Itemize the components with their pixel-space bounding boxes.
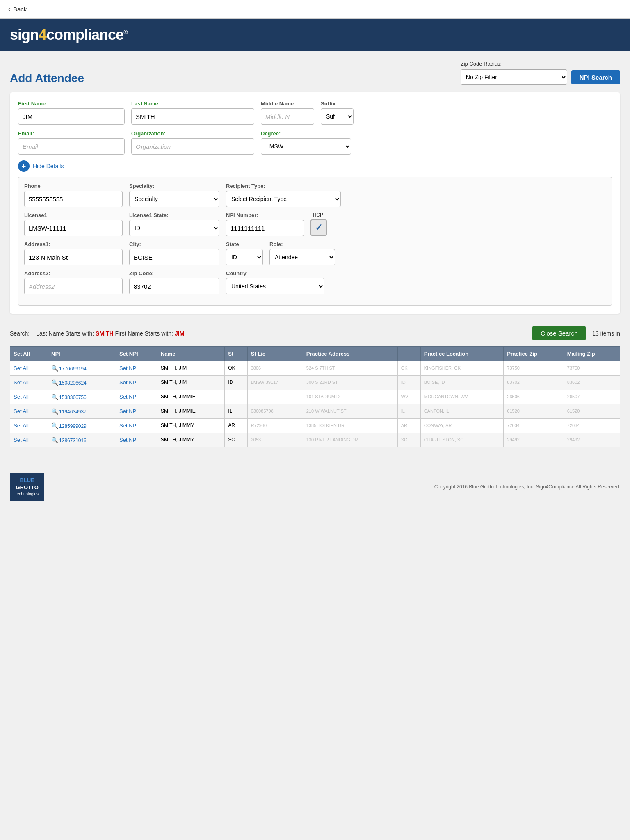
cell-practice-location: CONWAY, AR bbox=[420, 419, 504, 433]
license1-state-label: License1 State: bbox=[129, 212, 219, 218]
address1-group: Address1: bbox=[24, 241, 123, 265]
last-name-input[interactable] bbox=[131, 108, 254, 125]
set-npi-link[interactable]: Set NPI bbox=[119, 437, 138, 443]
col-practice-location: Practice Location bbox=[420, 347, 504, 361]
country-select[interactable]: United States bbox=[226, 278, 324, 294]
cell-practice-location: CANTON, IL bbox=[420, 404, 504, 419]
cell-practice-zip: 26506 bbox=[504, 390, 564, 404]
cell-practice-address: 524 S 7TH ST bbox=[303, 361, 397, 376]
set-all-link[interactable]: Set All bbox=[14, 422, 29, 429]
first-name-input[interactable] bbox=[18, 108, 125, 125]
top-bar: ‹ Back bbox=[0, 0, 630, 19]
npi-link[interactable]: 1386731016 bbox=[59, 438, 87, 443]
specialty-select[interactable]: Specialty bbox=[129, 191, 219, 207]
role-select[interactable]: Attendee bbox=[269, 249, 335, 265]
set-all-link[interactable]: Set All bbox=[14, 408, 29, 414]
city-input[interactable] bbox=[129, 249, 219, 265]
logo-compliance: compliance bbox=[46, 26, 123, 43]
npi-link[interactable]: 1285999029 bbox=[59, 423, 87, 429]
phone-specialty-row: Phone Specialty: Specialty Recipient Typ… bbox=[24, 183, 606, 207]
cell-mailing-zip: 29492 bbox=[564, 433, 620, 447]
col-name: Name bbox=[157, 347, 224, 361]
set-npi-link[interactable]: Set NPI bbox=[119, 365, 138, 371]
recipient-type-select[interactable]: Select Recipient Type bbox=[226, 191, 341, 207]
set-npi-link[interactable]: Set NPI bbox=[119, 394, 138, 400]
zip-filter-select[interactable]: No Zip Filter bbox=[461, 69, 567, 85]
footer-logo-tech: technologies bbox=[16, 491, 39, 497]
search-icon: 🔍 bbox=[51, 408, 58, 415]
address2-input[interactable] bbox=[24, 278, 123, 294]
search-icon: 🔍 bbox=[51, 365, 58, 372]
search-icon: 🔍 bbox=[51, 437, 58, 443]
search-terms: Last Name Starts with: SMITH First Name … bbox=[36, 330, 526, 337]
results-table: Set All NPI Set NPI Name St St Lic Pract… bbox=[10, 346, 620, 447]
set-npi-link[interactable]: Set NPI bbox=[119, 379, 138, 386]
zip-code-input[interactable] bbox=[129, 278, 219, 294]
cell-state-abbr: SC bbox=[397, 433, 420, 447]
npi-link[interactable]: 1508206624 bbox=[59, 380, 87, 386]
license1-state-select[interactable]: ID bbox=[129, 220, 219, 236]
npi-link[interactable]: 1538366756 bbox=[59, 395, 87, 400]
cell-practice-location: MORGANTOWN, WV bbox=[420, 390, 504, 404]
close-search-button[interactable]: Close Search bbox=[532, 326, 586, 340]
zip-code-label: Zip Code: bbox=[129, 270, 219, 276]
cell-npi: 🔍1508206624 bbox=[48, 376, 116, 390]
cell-set-all: Set All bbox=[10, 361, 48, 376]
hide-details-row[interactable]: + Hide Details bbox=[18, 160, 612, 172]
cell-mailing-zip: 61520 bbox=[564, 404, 620, 419]
hide-details-label: Hide Details bbox=[33, 163, 64, 169]
address1-input[interactable] bbox=[24, 249, 123, 265]
zip-area: Zip Code Radius: No Zip Filter NPI Searc… bbox=[461, 61, 620, 85]
back-link[interactable]: ‹ Back bbox=[8, 5, 27, 14]
cell-st-lic: R72980 bbox=[247, 419, 303, 433]
specialty-group: Specialty: Specialty bbox=[129, 183, 219, 207]
last-name-prefix: Last Name Starts with: bbox=[36, 330, 94, 337]
npi-link[interactable]: 1770669194 bbox=[59, 366, 87, 372]
phone-label: Phone bbox=[24, 183, 123, 189]
table-row: Set All 🔍1194634937 Set NPI SMITH, JIMMI… bbox=[10, 404, 620, 419]
cell-name: SMITH, JIMMY bbox=[157, 419, 224, 433]
middle-name-input[interactable] bbox=[261, 108, 314, 125]
org-label: Organization: bbox=[131, 130, 254, 137]
cell-set-npi: Set NPI bbox=[116, 361, 158, 376]
state-select[interactable]: ID bbox=[226, 249, 263, 265]
cell-st-lic: LMSW 39117 bbox=[247, 376, 303, 390]
items-count: 13 items in bbox=[592, 330, 620, 337]
suffix-label: Suffix: bbox=[321, 100, 354, 107]
suffix-group: Suffix: Suf bbox=[321, 100, 354, 125]
set-all-link[interactable]: Set All bbox=[14, 437, 29, 443]
npi-search-button[interactable]: NPI Search bbox=[571, 70, 620, 84]
back-arrow-icon: ‹ bbox=[8, 5, 11, 14]
suffix-select[interactable]: Suf bbox=[321, 108, 354, 125]
cell-npi: 🔍1386731016 bbox=[48, 433, 116, 447]
email-input[interactable] bbox=[18, 138, 125, 155]
org-input[interactable] bbox=[131, 138, 254, 155]
footer-copyright: Copyright 2016 Blue Grotto Technologies,… bbox=[434, 484, 620, 490]
set-npi-link[interactable]: Set NPI bbox=[119, 408, 138, 414]
phone-input[interactable] bbox=[24, 191, 123, 207]
cell-st-lic: 2053 bbox=[247, 433, 303, 447]
set-all-link[interactable]: Set All bbox=[14, 365, 29, 371]
license1-input[interactable] bbox=[24, 220, 123, 236]
search-label: Search: bbox=[10, 330, 30, 337]
search-icon: 🔍 bbox=[51, 422, 58, 429]
degree-group: Degree: LMSW bbox=[261, 130, 351, 155]
header-row: Add Attendee Zip Code Radius: No Zip Fil… bbox=[10, 61, 620, 85]
recipient-type-group: Recipient Type: Select Recipient Type bbox=[226, 183, 341, 207]
cell-set-npi: Set NPI bbox=[116, 390, 158, 404]
form-card: First Name: Last Name: Middle Name: Suff… bbox=[10, 92, 620, 314]
table-row: Set All 🔍1508206624 Set NPI SMITH, JIM I… bbox=[10, 376, 620, 390]
hcp-checkbox[interactable]: ✓ bbox=[310, 219, 327, 236]
npi-link[interactable]: 1194634937 bbox=[59, 409, 87, 415]
set-all-link[interactable]: Set All bbox=[14, 379, 29, 386]
email-org-degree-row: Email: Organization: Degree: LMSW bbox=[18, 130, 612, 155]
address2-group: Address2: bbox=[24, 270, 123, 294]
name-row: First Name: Last Name: Middle Name: Suff… bbox=[18, 100, 612, 125]
degree-select[interactable]: LMSW bbox=[261, 138, 351, 155]
set-all-link[interactable]: Set All bbox=[14, 394, 29, 400]
back-label: Back bbox=[13, 6, 27, 13]
table-row: Set All 🔍1386731016 Set NPI SMITH, JIMMY… bbox=[10, 433, 620, 447]
set-npi-link[interactable]: Set NPI bbox=[119, 422, 138, 429]
cell-state-abbr: AR bbox=[397, 419, 420, 433]
npi-number-input[interactable] bbox=[226, 220, 304, 236]
